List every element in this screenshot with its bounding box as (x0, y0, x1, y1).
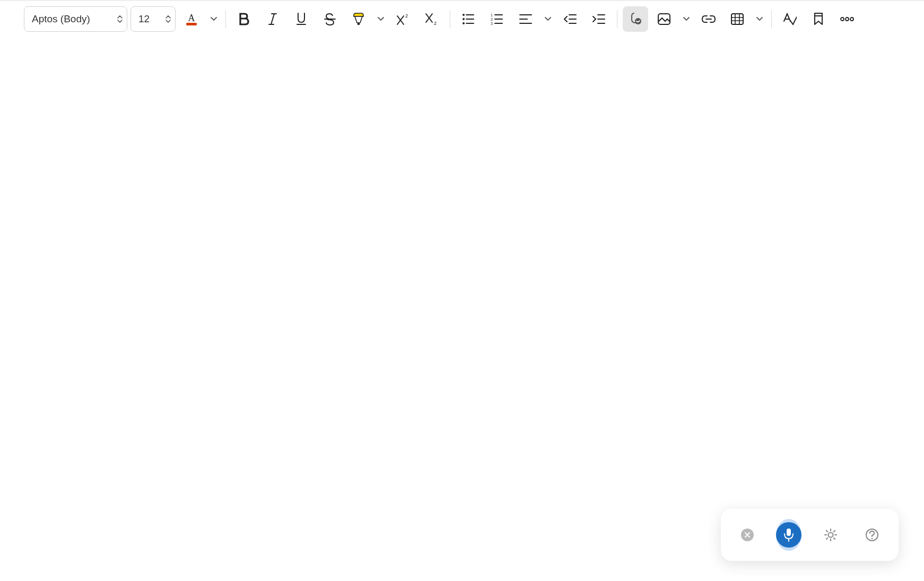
svg-point-13 (850, 17, 853, 21)
increase-indent-icon (592, 14, 605, 24)
font-name-value: Aptos (Body) (32, 13, 90, 25)
more-options-icon (840, 16, 855, 22)
formatting-toolbar: Aptos (Body) 12 A (0, 1, 924, 37)
svg-text:3: 3 (491, 22, 493, 25)
link-icon (702, 15, 716, 23)
dictate-icon (629, 12, 642, 26)
microphone-button[interactable] (777, 523, 800, 547)
svg-rect-9 (658, 14, 670, 24)
font-color-button[interactable]: A (179, 6, 204, 32)
divider (771, 10, 772, 28)
bulleted-list-icon (462, 13, 475, 25)
bold-icon (238, 13, 250, 25)
svg-point-15 (828, 533, 833, 538)
svg-text:2: 2 (491, 17, 493, 21)
picture-icon (658, 13, 670, 25)
subscript-button[interactable]: 2 (419, 6, 444, 32)
font-size-stepper[interactable] (165, 15, 171, 23)
font-size-selector[interactable]: 12 (130, 6, 176, 32)
font-name-selector[interactable]: Aptos (Body) (24, 6, 127, 32)
strikethrough-button[interactable] (317, 6, 343, 32)
superscript-button[interactable]: 2 (390, 6, 416, 32)
increase-indent-button[interactable] (586, 6, 612, 32)
numbered-list-icon: 1 2 3 (491, 13, 503, 25)
dictation-settings-button[interactable] (819, 523, 842, 547)
table-button[interactable] (725, 6, 750, 32)
more-options-button[interactable] (834, 6, 860, 32)
dictation-panel (721, 509, 899, 561)
divider (450, 10, 450, 28)
numbered-list-button[interactable]: 1 2 3 (484, 6, 510, 32)
settings-gear-icon (823, 527, 838, 542)
align-dropdown[interactable] (542, 17, 554, 21)
picture-button[interactable] (651, 6, 677, 32)
help-icon (865, 527, 879, 542)
align-left-icon (519, 14, 532, 24)
ribbon-button[interactable] (806, 6, 831, 32)
divider (225, 10, 226, 28)
italic-icon (267, 13, 278, 25)
table-dropdown[interactable] (753, 17, 766, 21)
svg-point-8 (635, 18, 641, 24)
svg-point-3 (463, 18, 465, 20)
bulleted-list-button[interactable] (456, 6, 481, 32)
svg-text:2: 2 (434, 21, 437, 25)
svg-rect-14 (787, 529, 791, 536)
svg-text:2: 2 (405, 13, 408, 19)
italic-button[interactable] (260, 6, 285, 32)
svg-point-2 (463, 14, 465, 16)
decrease-indent-button[interactable] (557, 6, 583, 32)
font-name-stepper[interactable] (117, 15, 123, 23)
dictation-help-button[interactable] (860, 523, 884, 547)
superscript-icon: 2 (396, 13, 410, 25)
highlight-button[interactable] (346, 6, 371, 32)
divider (617, 10, 617, 28)
align-button[interactable] (513, 6, 538, 32)
underline-icon (295, 12, 307, 26)
table-icon (731, 13, 744, 25)
svg-point-12 (845, 17, 849, 21)
font-color-icon: A (188, 13, 195, 23)
svg-rect-10 (731, 14, 743, 24)
bold-button[interactable] (231, 6, 257, 32)
editor-button[interactable] (777, 6, 803, 32)
font-color-dropdown[interactable] (207, 17, 220, 21)
svg-point-4 (463, 22, 465, 24)
svg-point-11 (841, 17, 844, 21)
microphone-icon (783, 528, 794, 542)
highlight-dropdown[interactable] (374, 17, 387, 21)
font-size-value: 12 (138, 13, 150, 25)
close-icon (745, 532, 750, 538)
link-button[interactable] (696, 6, 721, 32)
underline-button[interactable] (289, 6, 314, 32)
font-color-swatch (186, 23, 197, 25)
dictation-close-button[interactable] (736, 523, 759, 547)
highlighter-icon (352, 12, 365, 26)
customize-ribbon-icon (813, 13, 824, 25)
decrease-indent-icon (564, 14, 577, 24)
editor-check-icon (783, 13, 797, 25)
svg-point-17 (871, 538, 873, 540)
picture-dropdown[interactable] (680, 17, 693, 21)
dictate-button[interactable] (623, 6, 648, 32)
strikethrough-icon (324, 13, 336, 25)
svg-text:1: 1 (491, 13, 493, 17)
subscript-icon: 2 (425, 13, 439, 25)
